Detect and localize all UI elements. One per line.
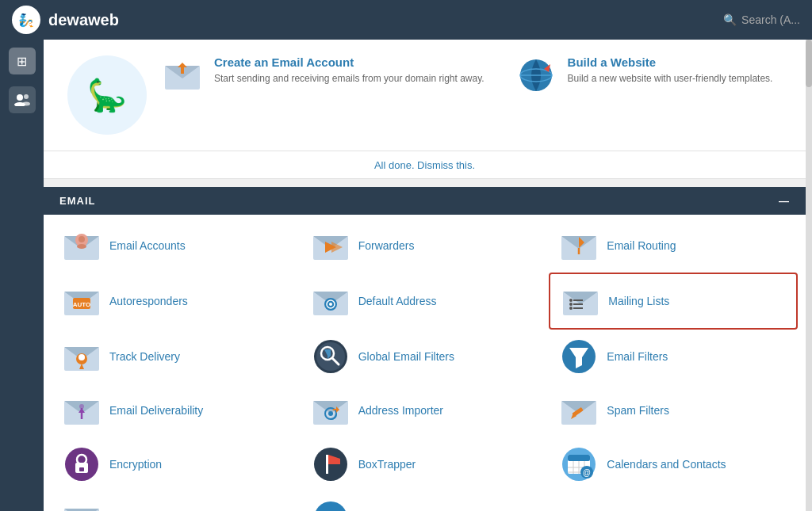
calendars-contacts-item[interactable]: @ Calendars and Contacts: [549, 437, 798, 491]
email-filters-icon: [561, 341, 597, 372]
svg-point-40: [569, 307, 573, 310]
svg-point-15: [77, 244, 86, 249]
email-routing-item[interactable]: Email Routing: [549, 219, 798, 273]
encryption-item[interactable]: Encryption: [52, 437, 301, 491]
sidebar-item-users[interactable]: [9, 86, 36, 113]
dismiss-link[interactable]: All done. Dismiss this.: [374, 159, 475, 171]
email-routing-icon: [561, 230, 597, 261]
email-disk-usage-icon: [63, 502, 100, 511]
email-filters-label: Email Filters: [607, 350, 668, 363]
svg-rect-72: [326, 455, 328, 474]
global-email-filters-icon: [312, 341, 349, 372]
track-delivery-item[interactable]: Track Delivery: [52, 330, 301, 383]
onboarding-email[interactable]: Create an Email Account Start sending an…: [163, 55, 485, 95]
onboarding-email-title: Create an Email Account: [214, 55, 485, 69]
encryption-label: Encryption: [109, 458, 162, 471]
calendars-contacts-label: Calendars and Contacts: [607, 458, 726, 471]
autoresponders-icon: AUTO: [63, 285, 100, 317]
svg-point-87: [314, 501, 347, 511]
address-importer-label: Address Importer: [358, 404, 443, 417]
svg-text:AUTO: AUTO: [73, 301, 91, 308]
onboarding-website-desc: Build a new website with user-friendly t…: [568, 72, 773, 86]
svg-point-0: [17, 94, 23, 101]
search-bar[interactable]: 🔍 Search (A...: [723, 13, 800, 26]
collapse-icon[interactable]: —: [779, 195, 790, 207]
svg-point-39: [569, 303, 573, 306]
top-navigation: 🧞 dewaweb 🔍 Search (A...: [0, 0, 812, 40]
email-accounts-icon: [63, 230, 100, 261]
spam-filters-icon: [561, 395, 597, 426]
encryption-icon: [63, 448, 100, 480]
spam-filters-label: Spam Filters: [607, 404, 669, 417]
forwarders-item[interactable]: Forwarders: [301, 219, 550, 273]
spamexperts-icon: ✓: [312, 502, 349, 511]
svg-point-61: [328, 411, 333, 416]
logo-icon: 🧞: [12, 6, 40, 34]
email-routing-label: Email Routing: [607, 239, 676, 252]
default-address-icon: [312, 285, 349, 317]
email-section-header: EMAIL —: [44, 187, 806, 215]
calendars-contacts-icon: @: [561, 448, 597, 480]
email-deliverability-label: Email Deliverability: [109, 404, 203, 417]
logo[interactable]: 🧞 dewaweb: [12, 6, 119, 34]
email-account-icon: [163, 55, 202, 95]
spam-filters-item[interactable]: Spam Filters: [549, 383, 798, 437]
logo-text: dewaweb: [48, 11, 119, 29]
mailing-lists-label: Mailing Lists: [608, 295, 669, 307]
scrollbar-thumb[interactable]: [806, 40, 812, 87]
global-email-filters-label: Global Email Filters: [358, 350, 454, 363]
svg-point-2: [24, 94, 29, 99]
autoresponders-item[interactable]: AUTO Autoresponders: [52, 273, 301, 330]
address-importer-icon: [312, 395, 349, 426]
svg-point-32: [329, 303, 332, 306]
onboarding-email-text: Create an Email Account Start sending an…: [214, 55, 485, 86]
dismiss-bar[interactable]: All done. Dismiss this.: [44, 151, 806, 179]
dino-mascot: 🦕: [67, 55, 147, 135]
mailing-lists-item[interactable]: Mailing Lists ←: [549, 273, 798, 330]
svg-rect-76: [568, 455, 590, 461]
svg-point-3: [22, 102, 30, 106]
sidebar-item-grid[interactable]: ⊞: [9, 48, 36, 74]
email-filters-item[interactable]: Email Filters: [549, 330, 798, 383]
email-accounts-label: Email Accounts: [109, 239, 186, 252]
onboarding-website[interactable]: Build a Website Build a new website with…: [516, 55, 773, 95]
forwarders-label: Forwarders: [358, 239, 415, 252]
svg-point-47: [316, 342, 345, 371]
onboarding-items: Create an Email Account Start sending an…: [163, 55, 782, 95]
forwarders-icon: [312, 230, 349, 261]
email-disk-usage-item[interactable]: Email Disk Usage: [52, 491, 301, 511]
page-layout: ⊞ 🦕: [0, 40, 812, 511]
boxtrapper-item[interactable]: BoxTrapper: [301, 437, 550, 491]
email-accounts-item[interactable]: Email Accounts: [52, 219, 301, 273]
main-content: 🦕 Create an Email Account Start sending …: [44, 40, 806, 511]
svg-point-14: [79, 236, 85, 242]
default-address-label: Default Address: [358, 295, 437, 307]
email-grid: Email Accounts Forwarders: [44, 215, 806, 511]
svg-point-38: [569, 299, 573, 302]
website-icon: [516, 55, 556, 95]
email-deliverability-icon: [63, 395, 100, 426]
email-deliverability-item[interactable]: Email Deliverability: [52, 383, 301, 437]
spamexperts-item[interactable]: ✓ SpamExperts: [301, 491, 550, 511]
svg-text:@: @: [583, 468, 591, 477]
sidebar: ⊞: [0, 40, 44, 511]
onboarding-card: 🦕 Create an Email Account Start sending …: [44, 40, 806, 151]
onboarding-website-text: Build a Website Build a new website with…: [568, 55, 773, 86]
autoresponders-label: Autoresponders: [109, 295, 188, 307]
address-importer-item[interactable]: Address Importer: [301, 383, 550, 437]
email-section-title: EMAIL: [59, 195, 95, 207]
search-placeholder: Search (A...: [741, 13, 800, 26]
boxtrapper-icon: [312, 448, 349, 480]
track-delivery-label: Track Delivery: [109, 350, 180, 363]
default-address-item[interactable]: Default Address: [301, 273, 550, 330]
svg-point-57: [79, 404, 84, 409]
global-email-filters-item[interactable]: Global Email Filters: [301, 330, 550, 383]
boxtrapper-label: BoxTrapper: [358, 458, 416, 471]
svg-point-44: [79, 354, 85, 360]
search-icon: 🔍: [723, 13, 737, 26]
onboarding-website-title: Build a Website: [568, 55, 773, 69]
scrollbar-track[interactable]: [806, 40, 812, 511]
onboarding-email-desc: Start sending and receiving emails from …: [214, 72, 485, 86]
svg-rect-70: [79, 467, 84, 471]
mailing-lists-icon: [562, 285, 599, 317]
